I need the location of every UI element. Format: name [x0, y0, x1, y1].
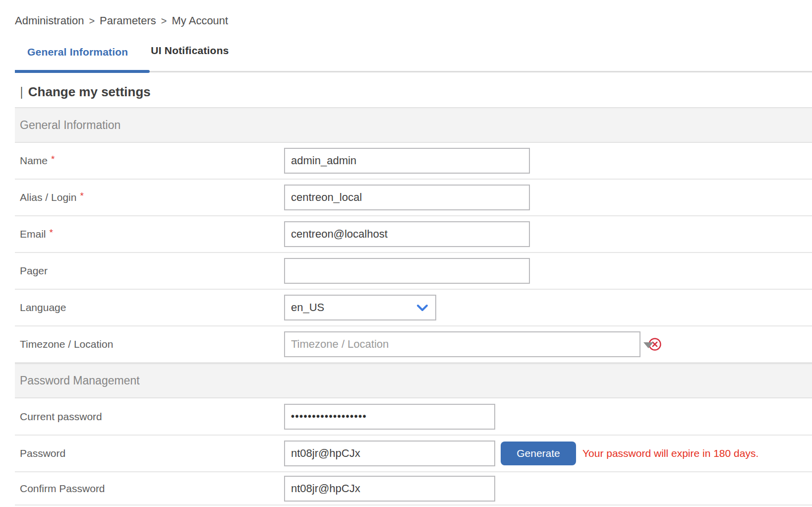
language-selected-value: en_US	[291, 301, 324, 314]
form-row-language: Language en_US	[15, 290, 812, 326]
timezone-label: Timezone / Location	[15, 338, 284, 350]
active-tab-underline	[15, 70, 150, 73]
current-password-label: Current password	[15, 411, 284, 423]
required-marker: *	[50, 227, 53, 238]
form-row-confirm-password: Confirm Password	[15, 472, 812, 506]
breadcrumb-separator: >	[89, 15, 95, 27]
language-label: Language	[15, 302, 284, 314]
page-title: | Change my settings	[20, 84, 812, 100]
language-select[interactable]: en_US	[284, 295, 436, 320]
confirm-password-label: Confirm Password	[15, 483, 284, 495]
breadcrumb-separator: >	[161, 15, 167, 27]
form-row-name: Name *	[15, 143, 812, 180]
email-field[interactable]	[284, 221, 530, 247]
page-title-text: Change my settings	[28, 84, 151, 100]
section-header-general-information: General Information	[15, 107, 812, 143]
form-row-current-password: Current password	[15, 398, 812, 436]
tab-general-information[interactable]: General Information	[27, 46, 128, 58]
tab-bar: General Information UI Notifications	[0, 46, 812, 74]
breadcrumb-my-account[interactable]: My Account	[172, 14, 228, 27]
name-field[interactable]	[284, 148, 530, 174]
required-marker: *	[80, 190, 83, 201]
timezone-field[interactable]	[284, 331, 640, 357]
password-expiry-message: Your password will expire in 180 days.	[582, 447, 758, 459]
password-field[interactable]	[284, 441, 495, 466]
generate-password-button[interactable]: Generate	[501, 442, 576, 465]
pager-field[interactable]	[284, 258, 530, 284]
form-row-password: Password Generate Your password will exp…	[15, 436, 812, 472]
breadcrumb-administration[interactable]: Administration	[15, 14, 84, 27]
tab-divider-line	[150, 71, 812, 72]
form-row-timezone: Timezone / Location	[15, 326, 812, 363]
dropdown-arrow-icon[interactable]	[643, 342, 653, 348]
confirm-password-field[interactable]	[284, 476, 495, 502]
current-password-field[interactable]	[284, 404, 495, 430]
breadcrumb: Administration > Parameters > My Account	[0, 0, 812, 27]
section-header-password-management: Password Management	[15, 363, 812, 398]
chevron-down-icon	[416, 304, 428, 312]
alias-login-label: Alias / Login *	[15, 191, 284, 203]
form-row-pager: Pager	[15, 253, 812, 290]
required-marker: *	[51, 154, 55, 165]
pager-label: Pager	[15, 265, 284, 277]
form-row-alias-login: Alias / Login *	[15, 180, 812, 216]
alias-login-field[interactable]	[284, 185, 530, 210]
tab-ui-notifications[interactable]: UI Notifications	[151, 45, 229, 57]
email-label: Email *	[15, 228, 284, 240]
timezone-combobox	[284, 331, 662, 357]
breadcrumb-parameters[interactable]: Parameters	[100, 14, 156, 27]
form-row-email: Email *	[15, 216, 812, 253]
password-label: Password	[15, 447, 284, 459]
name-label: Name *	[15, 155, 284, 167]
title-bar-glyph: |	[20, 84, 23, 100]
